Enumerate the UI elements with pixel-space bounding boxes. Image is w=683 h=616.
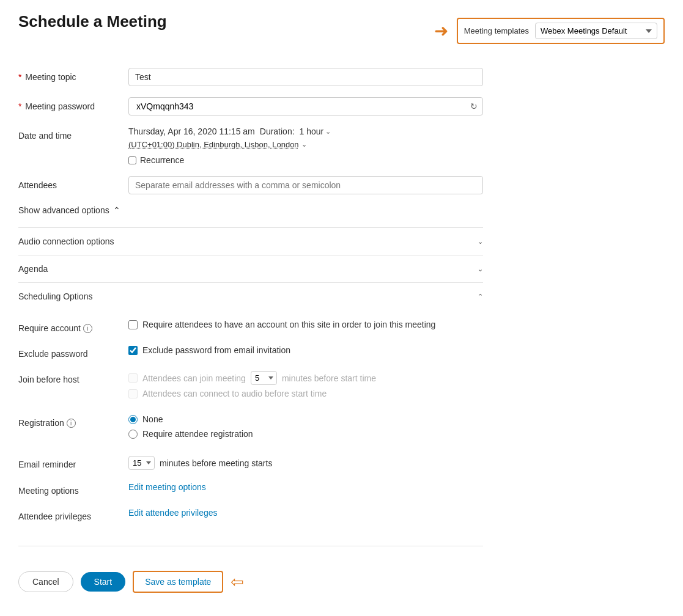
meeting-password-label: * Meeting password	[18, 97, 128, 111]
registration-none-radio[interactable]	[128, 415, 138, 424]
duration-label: Duration:	[260, 127, 295, 136]
registration-require-row: Require attendee registration	[128, 429, 483, 439]
start-button[interactable]: Start	[81, 572, 126, 592]
template-label: Meeting templates	[464, 26, 529, 35]
date-time-row: Date and time Thursday, Apr 16, 2020 11:…	[18, 127, 483, 165]
email-reminder-label: Email reminder	[18, 456, 128, 469]
registration-require-radio[interactable]	[128, 430, 138, 439]
join-before-host-content: Attendees can join meeting 5 10 15 minut…	[128, 371, 483, 402]
agenda-accordion-header[interactable]: Agenda ⌄	[18, 255, 483, 282]
exclude-password-checkbox[interactable]	[128, 346, 138, 355]
save-template-button[interactable]: Save as template	[133, 571, 223, 593]
date-time-label: Date and time	[18, 127, 128, 141]
refresh-icon[interactable]: ↻	[470, 101, 478, 111]
cancel-button[interactable]: Cancel	[18, 571, 73, 592]
meeting-topic-input[interactable]	[128, 68, 483, 86]
audio-accordion: Audio connection options ⌄	[18, 228, 483, 255]
audio-chevron-icon: ⌄	[478, 238, 483, 246]
scheduling-accordion: Scheduling Options ⌃ Require account i R…	[18, 283, 483, 546]
audio-accordion-header[interactable]: Audio connection options ⌄	[18, 228, 483, 255]
exclude-password-content: Exclude password from email invitation	[128, 345, 483, 359]
meeting-options-label: Meeting options	[18, 482, 128, 496]
attendees-label: Attendees	[18, 176, 128, 190]
timezone-link[interactable]: (UTC+01:00) Dublin, Edinburgh, Lisbon, L…	[128, 140, 299, 149]
arrow-icon: ➜	[434, 21, 448, 41]
registration-info-icon[interactable]: i	[67, 419, 76, 428]
exclude-password-row: Exclude password Exclude password from e…	[18, 345, 483, 359]
scheduling-body: Require account i Require attendees to h…	[18, 310, 483, 546]
timezone-row: (UTC+01:00) Dublin, Edinburgh, Lisbon, L…	[128, 140, 483, 149]
require-account-content: Require attendees to have an account on …	[128, 320, 483, 333]
recurrence-checkbox[interactable]	[128, 156, 136, 164]
join-audio-row: Attendees can connect to audio before st…	[128, 389, 483, 398]
join-audio-checkbox[interactable]	[128, 389, 138, 398]
agenda-accordion: Agenda ⌄	[18, 255, 483, 283]
email-reminder-content: 15 30 60 minutes before meeting starts	[128, 456, 483, 470]
scheduling-chevron-icon: ⌃	[478, 293, 483, 301]
advanced-section: Audio connection options ⌄ Agenda ⌄ Sche…	[18, 227, 483, 546]
attendee-privileges-row: Attendee privileges Edit attendee privil…	[18, 508, 483, 521]
registration-row: Registration i None Require attendee reg…	[18, 414, 483, 444]
require-account-label: Require account i	[18, 320, 128, 333]
form-section: * Meeting topic * Meeting password ↻ Dat…	[18, 68, 483, 605]
exclude-password-label: Exclude password	[18, 345, 128, 359]
edit-attendee-privileges-link[interactable]: Edit attendee privileges	[128, 508, 218, 518]
join-before-host-label: Join before host	[18, 371, 128, 384]
footer-buttons: Cancel Start Save as template ⇦	[18, 571, 483, 605]
datetime-main-row: Thursday, Apr 16, 2020 11:15 am Duration…	[128, 127, 483, 136]
meeting-password-input[interactable]	[134, 98, 470, 115]
attendees-input[interactable]	[128, 176, 483, 194]
join-before-checkbox[interactable]	[128, 373, 138, 383]
attendee-privileges-label: Attendee privileges	[18, 508, 128, 521]
edit-meeting-options-link[interactable]: Edit meeting options	[128, 482, 206, 492]
recurrence-checkbox-label[interactable]: Recurrence	[128, 155, 184, 165]
timezone-chevron-icon: ⌄	[301, 141, 307, 148]
template-section: Meeting templates Webex Meetings Default…	[457, 18, 665, 44]
scheduling-accordion-header[interactable]: Scheduling Options ⌃	[18, 283, 483, 310]
advanced-chevron-icon: ⌃	[113, 205, 120, 215]
date-value: Thursday, Apr 16, 2020 11:15 am	[128, 127, 255, 136]
footer-arrow-icon: ⇦	[231, 573, 244, 592]
meeting-password-row: * Meeting password ↻	[18, 97, 483, 116]
meeting-options-content: Edit meeting options	[128, 482, 483, 492]
attendee-privileges-content: Edit attendee privileges	[128, 508, 483, 518]
require-account-row: Require account i Require attendees to h…	[18, 320, 483, 333]
exclude-password-checkbox-row: Exclude password from email invitation	[128, 345, 483, 355]
datetime-block: Thursday, Apr 16, 2020 11:15 am Duration…	[128, 127, 483, 165]
meeting-topic-label: * Meeting topic	[18, 68, 128, 82]
email-reminder-row: Email reminder 15 30 60 minutes before m…	[18, 456, 483, 470]
template-select[interactable]: Webex Meetings Default My Template 1	[535, 23, 657, 39]
registration-content: None Require attendee registration	[128, 414, 483, 444]
duration-chevron-icon: ⌄	[325, 128, 331, 136]
meeting-topic-row: * Meeting topic	[18, 68, 483, 86]
require-account-info-icon[interactable]: i	[83, 324, 92, 333]
advanced-toggle[interactable]: Show advanced options ⌃	[18, 205, 483, 215]
meeting-options-row: Meeting options Edit meeting options	[18, 482, 483, 496]
agenda-chevron-icon: ⌄	[478, 265, 483, 273]
duration-dropdown[interactable]: 1 hour ⌄	[300, 127, 331, 136]
join-minutes-select[interactable]: 5 10 15	[251, 371, 277, 385]
page-title: Schedule a Meeting	[18, 12, 167, 31]
registration-label: Registration i	[18, 414, 128, 428]
require-account-checkbox[interactable]	[128, 320, 138, 329]
attendees-row: Attendees	[18, 176, 483, 194]
recurrence-row: Recurrence	[128, 155, 483, 165]
join-before-host-row: Join before host Attendees can join meet…	[18, 371, 483, 402]
reminder-row: 15 30 60 minutes before meeting starts	[128, 456, 483, 470]
password-wrapper: ↻	[128, 97, 483, 116]
join-before-main-row: Attendees can join meeting 5 10 15 minut…	[128, 371, 483, 385]
email-reminder-select[interactable]: 15 30 60	[128, 456, 155, 470]
require-account-checkbox-row: Require attendees to have an account on …	[128, 320, 483, 329]
registration-none-row: None	[128, 414, 483, 424]
